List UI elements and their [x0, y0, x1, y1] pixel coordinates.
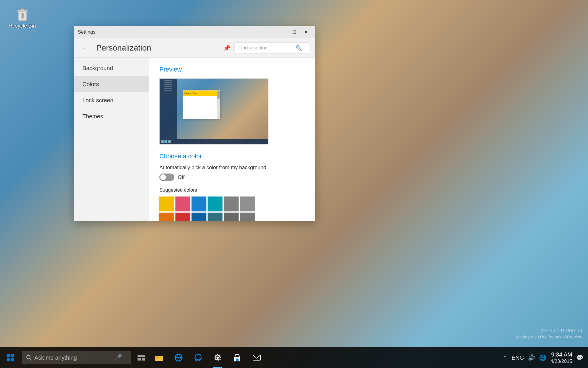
- taskbar-ie[interactable]: [169, 347, 188, 368]
- close-button[interactable]: ✕: [300, 28, 312, 36]
- sidebar: Background Colors Lock screen Themes: [74, 58, 149, 221]
- preview-taskbar-icon: [161, 140, 164, 143]
- svg-point-10: [27, 355, 30, 359]
- taskbar-explorer[interactable]: [149, 347, 169, 368]
- svg-rect-13: [141, 355, 145, 357]
- preview-scrollbar: [217, 90, 220, 119]
- maximize-button[interactable]: □: [289, 28, 300, 36]
- color-swatch[interactable]: [240, 196, 255, 211]
- color-swatch[interactable]: [224, 213, 239, 221]
- task-view-icon: [137, 354, 145, 361]
- toggle-knob: [160, 174, 166, 180]
- watermark-os: Windows 10 Pro Technical Preview: [515, 334, 582, 339]
- svg-rect-18: [155, 356, 158, 357]
- preview-window-body: [183, 96, 220, 99]
- color-swatch[interactable]: [224, 196, 239, 211]
- file-explorer-icon: [154, 354, 164, 362]
- search-icon: 🔍: [296, 45, 302, 51]
- svg-rect-1: [17, 10, 27, 12]
- taskbar-settings[interactable]: [208, 347, 227, 368]
- svg-rect-7: [11, 354, 14, 357]
- color-swatch[interactable]: [175, 196, 190, 211]
- sidebar-item-themes-label: Themes: [82, 113, 103, 120]
- preview-window-titlebar: Sample Text: [183, 90, 220, 96]
- color-swatch[interactable]: [208, 196, 223, 211]
- svg-rect-8: [7, 358, 10, 361]
- preview-sample-text: Sample Text: [184, 92, 197, 95]
- preview-sidebar-line: [164, 88, 172, 89]
- action-center-icon[interactable]: 💬: [576, 354, 583, 361]
- sidebar-item-themes[interactable]: Themes: [74, 108, 149, 124]
- title-bar: Settings − □ ✕: [74, 26, 315, 38]
- taskbar-search[interactable]: 🎤: [22, 351, 131, 364]
- color-grid: [159, 196, 305, 221]
- color-swatch[interactable]: [208, 213, 223, 221]
- color-swatch[interactable]: [192, 213, 206, 221]
- search-box: 🔍: [235, 43, 309, 53]
- preview-sidebar-line: [164, 84, 172, 85]
- color-swatch[interactable]: [175, 213, 190, 221]
- recycle-bin-icon: [14, 6, 30, 22]
- clock-time: 9:34 AM: [550, 351, 572, 358]
- sidebar-item-lockscreen-label: Lock screen: [82, 97, 113, 104]
- svg-rect-12: [138, 355, 141, 357]
- watermark: © Paulo P Pereira Windows 10 Pro Technic…: [515, 328, 582, 339]
- sidebar-item-background[interactable]: Background: [74, 60, 149, 76]
- sidebar-item-colors[interactable]: Colors: [74, 76, 149, 92]
- preview-taskbar: [160, 139, 268, 144]
- preview-section-title: Preview: [159, 66, 305, 73]
- preview-sidebar-line: [164, 80, 172, 81]
- sidebar-item-colors-label: Colors: [82, 81, 99, 88]
- settings-app-icon: [213, 353, 222, 362]
- taskbar-store[interactable]: [227, 347, 247, 368]
- svg-rect-6: [7, 354, 10, 357]
- preview-taskbar-icons: [161, 140, 171, 143]
- taskbar-search-input[interactable]: [34, 354, 112, 361]
- pin-button[interactable]: 📌: [223, 45, 231, 51]
- chevron-up-icon[interactable]: ⌃: [503, 354, 508, 361]
- settings-window: Settings − □ ✕ ← Personalization 📌 🔍 Bac…: [74, 26, 315, 221]
- start-button[interactable]: [0, 347, 21, 368]
- recycle-bin-label: Recycle Bin: [9, 23, 36, 29]
- color-swatch[interactable]: [159, 196, 174, 211]
- edge-icon: [194, 353, 202, 362]
- toggle-container: Off: [159, 174, 305, 181]
- content-area: Background Colors Lock screen Themes Pre…: [74, 58, 315, 221]
- svg-rect-15: [142, 358, 145, 361]
- color-swatch[interactable]: [159, 213, 174, 221]
- suggested-colors-label: Suggested colors: [159, 187, 305, 193]
- taskbar-clock[interactable]: 9:34 AM 4/23/2015: [550, 351, 572, 365]
- taskbar-edge[interactable]: [188, 347, 208, 368]
- auto-pick-toggle[interactable]: [159, 174, 174, 181]
- svg-rect-24: [236, 359, 239, 361]
- preview-scrollbar-thumb: [217, 90, 220, 99]
- task-view-button[interactable]: [133, 347, 149, 368]
- volume-icon[interactable]: 🔊: [528, 354, 535, 361]
- svg-rect-14: [138, 358, 141, 361]
- preview-sidebar-line: [164, 90, 172, 91]
- microphone-icon: 🎤: [114, 354, 122, 361]
- taskbar-right: ⌃ ENG 🔊 🌐 9:34 AM 4/23/2015 💬: [503, 351, 588, 365]
- sidebar-item-background-label: Background: [82, 65, 113, 72]
- language-icon[interactable]: ENG: [512, 354, 524, 361]
- taskbar-search-icon: [26, 354, 32, 361]
- svg-line-11: [30, 359, 32, 360]
- sidebar-item-lockscreen[interactable]: Lock screen: [74, 92, 149, 108]
- internet-explorer-icon: [174, 353, 183, 362]
- search-input[interactable]: [238, 45, 296, 51]
- network-icon[interactable]: 🌐: [539, 354, 546, 361]
- color-swatch[interactable]: [240, 213, 255, 221]
- preview-taskbar-icon: [165, 140, 167, 143]
- taskbar: 🎤: [0, 347, 588, 368]
- toggle-label: Off: [178, 174, 185, 180]
- windows-logo-icon: [6, 354, 14, 362]
- choose-color-title: Choose a color: [159, 153, 305, 160]
- preview-taskbar-icon: [168, 140, 171, 143]
- recycle-bin[interactable]: Recycle Bin: [9, 6, 36, 29]
- taskbar-mail[interactable]: [247, 347, 266, 368]
- preview-window: Sample Text: [183, 90, 220, 119]
- minimize-button[interactable]: −: [277, 28, 289, 36]
- svg-rect-9: [11, 358, 14, 361]
- back-button[interactable]: ←: [80, 42, 92, 54]
- color-swatch[interactable]: [192, 196, 206, 211]
